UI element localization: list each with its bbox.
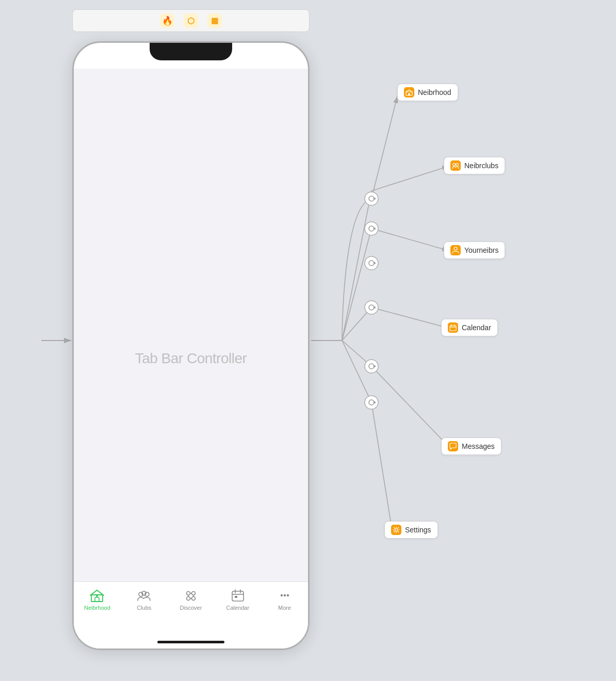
svg-point-16 bbox=[369, 364, 374, 369]
grid-toolbar-icon[interactable]: ▦ bbox=[207, 13, 222, 28]
neibrclubs-dest-label: Neibrclubs bbox=[464, 161, 498, 170]
tab-bar: Neibrhood Clubs bbox=[74, 581, 308, 648]
svg-point-23 bbox=[96, 595, 98, 597]
svg-point-29 bbox=[186, 597, 190, 601]
more-tab-icon bbox=[278, 588, 292, 603]
svg-rect-39 bbox=[235, 596, 237, 598]
discover-tab-label: Discover bbox=[180, 605, 202, 611]
svg-rect-35 bbox=[232, 591, 244, 601]
phone-frame: Tab Bar Controller Neibrhood bbox=[72, 41, 310, 650]
svg-point-15 bbox=[365, 360, 378, 373]
phone-title: Tab Bar Controller bbox=[135, 350, 247, 367]
svg-point-4 bbox=[369, 196, 374, 201]
svg-rect-22 bbox=[95, 597, 99, 602]
yourneibrs-dest-label: Yourneibrs bbox=[464, 246, 498, 254]
settings-dest-label: Settings bbox=[405, 526, 431, 534]
svg-point-27 bbox=[186, 592, 190, 595]
clubs-tab-label: Clubs bbox=[137, 605, 151, 611]
svg-point-13 bbox=[369, 305, 374, 310]
calendar-dest-icon bbox=[448, 322, 458, 333]
svg-point-6 bbox=[365, 222, 378, 235]
settings-dest-icon bbox=[391, 525, 401, 535]
svg-point-46 bbox=[456, 164, 459, 166]
svg-point-19 bbox=[369, 400, 374, 405]
calendar-tab-icon bbox=[231, 588, 245, 603]
tab-calendar[interactable]: Calendar bbox=[222, 588, 253, 611]
svg-point-47 bbox=[454, 247, 457, 250]
tab-neibrhood[interactable]: Neibrhood bbox=[82, 588, 112, 611]
messages-dest-label: Messages bbox=[462, 442, 495, 450]
dest-calendar[interactable]: Calendar bbox=[441, 319, 498, 336]
fire-toolbar-icon[interactable]: 🔥 bbox=[160, 13, 174, 28]
svg-point-8 bbox=[374, 228, 376, 230]
svg-rect-44 bbox=[408, 93, 410, 95]
neibrhood-tab-label: Neibrhood bbox=[84, 605, 110, 611]
dest-yourneibrs[interactable]: Yourneibrs bbox=[444, 241, 505, 259]
cube-toolbar-icon[interactable]: ⬡ bbox=[184, 13, 198, 28]
dest-neibrclubs[interactable]: Neibrclubs bbox=[444, 157, 505, 174]
home-indicator bbox=[157, 641, 224, 643]
dest-neibrhood[interactable]: Neibrhood bbox=[397, 84, 458, 101]
neibrhood-dest-label: Neibrhood bbox=[418, 88, 451, 96]
svg-point-14 bbox=[374, 306, 376, 309]
svg-point-7 bbox=[369, 226, 374, 231]
svg-point-52 bbox=[395, 529, 398, 531]
messages-dest-icon bbox=[448, 441, 458, 451]
svg-point-10 bbox=[369, 261, 374, 266]
svg-point-40 bbox=[280, 594, 282, 596]
svg-rect-48 bbox=[450, 326, 456, 331]
svg-point-3 bbox=[365, 192, 378, 205]
svg-point-12 bbox=[365, 301, 378, 314]
svg-point-45 bbox=[453, 164, 456, 166]
svg-point-18 bbox=[365, 396, 378, 409]
tab-more[interactable]: More bbox=[269, 588, 300, 611]
xcode-toolbar: 🔥 ⬡ ▦ bbox=[72, 9, 310, 32]
clubs-tab-icon bbox=[137, 588, 151, 603]
svg-point-9 bbox=[365, 256, 378, 270]
neibrclubs-dest-icon bbox=[450, 160, 461, 171]
dest-settings[interactable]: Settings bbox=[384, 521, 438, 539]
tab-clubs[interactable]: Clubs bbox=[128, 588, 159, 611]
svg-point-42 bbox=[286, 594, 288, 596]
more-tab-label: More bbox=[278, 605, 291, 611]
dest-messages[interactable]: Messages bbox=[441, 437, 501, 455]
phone-notch bbox=[150, 43, 232, 60]
svg-point-41 bbox=[283, 594, 285, 596]
svg-point-5 bbox=[374, 198, 376, 200]
yourneibrs-dest-icon bbox=[450, 245, 461, 255]
discover-tab-icon bbox=[184, 588, 198, 603]
svg-point-30 bbox=[191, 597, 195, 601]
svg-point-11 bbox=[374, 262, 376, 264]
svg-point-28 bbox=[191, 592, 195, 595]
svg-point-17 bbox=[374, 365, 376, 367]
calendar-dest-label: Calendar bbox=[462, 323, 491, 332]
neibrhood-dest-icon bbox=[404, 87, 414, 98]
neibrhood-tab-icon bbox=[90, 588, 104, 603]
svg-point-20 bbox=[374, 401, 376, 403]
phone-content: Tab Bar Controller bbox=[74, 69, 308, 648]
calendar-tab-label: Calendar bbox=[226, 605, 249, 611]
tab-discover[interactable]: Discover bbox=[175, 588, 206, 611]
